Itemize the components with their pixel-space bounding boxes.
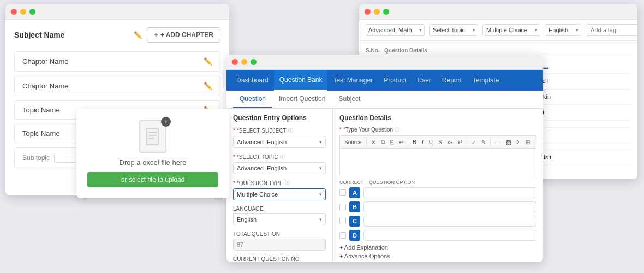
- subtopic-label: Sub topic: [22, 154, 50, 162]
- minimize-button[interactable]: [20, 9, 26, 15]
- close-button-2[interactable]: [232, 59, 238, 65]
- lang-filter-wrap: English: [545, 24, 581, 36]
- tag-input[interactable]: [586, 24, 637, 36]
- option-row-a: A: [339, 187, 536, 198]
- topic-select[interactable]: Advanced_English ▾: [233, 162, 326, 174]
- info-icon-3: ⓘ: [285, 180, 290, 187]
- cut-btn[interactable]: ✕: [369, 138, 378, 146]
- correct-check-b[interactable]: [339, 204, 346, 210]
- option-input-d[interactable]: [363, 230, 536, 241]
- correct-check-d[interactable]: [339, 232, 346, 239]
- table-btn[interactable]: ⊞: [523, 138, 532, 146]
- sub-btn[interactable]: x₂: [445, 138, 455, 146]
- maximize-button-2[interactable]: [251, 59, 257, 65]
- question-label: **Type Your Question ⓘ: [339, 126, 536, 133]
- hr-btn[interactable]: —: [493, 138, 503, 146]
- advance-options-link[interactable]: + Advance Options: [339, 253, 536, 259]
- correct-check-c[interactable]: [339, 218, 346, 224]
- nav-dashboard[interactable]: Dashboard: [231, 70, 274, 91]
- editor-area[interactable]: [339, 148, 536, 175]
- subject-header: Subject Name ✏️ + + ADD CHAPTER: [14, 27, 220, 43]
- sub-nav-subject[interactable]: Subject: [332, 91, 367, 108]
- drop-text: Drop a excel file here: [120, 158, 187, 167]
- sub-nav-question[interactable]: Question: [233, 91, 272, 108]
- nav-user[interactable]: User: [412, 70, 437, 91]
- upload-plus-badge: +: [161, 117, 171, 127]
- option-input-b[interactable]: [363, 201, 536, 212]
- source-btn[interactable]: Source: [342, 138, 364, 146]
- filter-bar: Advanced_Math Select Topic Multiple Choi…: [359, 20, 637, 41]
- chevron-icon-3: ▾: [319, 192, 322, 197]
- qtype-filter-wrap: Multiple Choice: [482, 24, 540, 36]
- select-file-button[interactable]: or select file to upload: [87, 172, 218, 187]
- qtype-label: **QUESTION TYPE ⓘ: [233, 180, 326, 187]
- minimize-button-2[interactable]: [241, 59, 247, 65]
- nav-report[interactable]: Report: [437, 70, 467, 91]
- maximize-button[interactable]: [29, 9, 35, 15]
- chapter-edit-icon[interactable]: ✏️: [204, 57, 212, 66]
- bold-btn[interactable]: B: [410, 138, 419, 146]
- nav-test-manager[interactable]: Test Manager: [327, 70, 378, 91]
- paste-btn[interactable]: ⎘: [388, 138, 396, 146]
- upload-overlay: + Drop a excel file here or select file …: [76, 109, 229, 198]
- qtype-select[interactable]: Multiple Choice ▾: [233, 188, 326, 200]
- qtype-filter[interactable]: Multiple Choice: [482, 24, 540, 36]
- option-label-d: D: [349, 230, 360, 241]
- strike-btn[interactable]: S: [436, 138, 444, 146]
- add-explanation-link[interactable]: + Add Explanation: [339, 244, 536, 251]
- close-button-3[interactable]: [365, 9, 371, 15]
- lang-group: LANGUAGE English ▾: [233, 206, 326, 225]
- add-chapter-button[interactable]: + + ADD CHAPTER: [147, 27, 220, 43]
- formula-btn[interactable]: Σ: [515, 138, 522, 146]
- chapter-edit-icon-2[interactable]: ✏️: [204, 82, 212, 90]
- lang-filter[interactable]: English: [545, 24, 581, 36]
- sep-4: [490, 138, 491, 146]
- topic-name-2: Topic Name: [22, 129, 60, 138]
- topic-label: **SELECT TOPIC ⓘ: [233, 153, 326, 161]
- undo-btn[interactable]: ↩: [397, 138, 406, 146]
- option-input-a[interactable]: [363, 187, 536, 198]
- option-label-b: B: [349, 201, 360, 212]
- subject-select[interactable]: Advanced_English ▾: [233, 136, 326, 148]
- img-btn[interactable]: 🖼: [504, 138, 514, 146]
- lang-select[interactable]: English ▾: [233, 213, 326, 225]
- maximize-button-3[interactable]: [383, 9, 389, 15]
- sep-1: [366, 138, 367, 146]
- sub-nav: Question Import Question Subject: [226, 91, 543, 109]
- entry-title: Question Entry Options: [233, 114, 326, 122]
- main-nav: Dashboard Question Bank Test Manager Pro…: [226, 70, 543, 91]
- correct-check-a[interactable]: [339, 189, 346, 196]
- subject-filter[interactable]: Advanced_Math: [365, 24, 425, 36]
- subject-edit-icon[interactable]: ✏️: [134, 31, 142, 39]
- svg-rect-0: [146, 128, 158, 145]
- col-sno: S.No.: [366, 48, 381, 54]
- titlebar-3: [359, 4, 637, 20]
- option-label-a: A: [349, 187, 360, 198]
- nav-product[interactable]: Product: [378, 70, 412, 91]
- nav-question-bank[interactable]: Question Bank: [274, 70, 328, 91]
- sub-nav-import[interactable]: Import Question: [272, 91, 332, 108]
- close-button[interactable]: [11, 9, 17, 15]
- topic-filter[interactable]: Select Topic: [429, 24, 478, 36]
- titlebar-1: [5, 4, 229, 20]
- plus-icon: +: [154, 31, 158, 39]
- subject-label: **SELECT SUBJECT ⓘ: [233, 127, 326, 134]
- qtype-group: **QUESTION TYPE ⓘ Multiple Choice ▾: [233, 180, 326, 200]
- option-row-c: C: [339, 216, 536, 227]
- nav-template[interactable]: Template: [467, 70, 505, 91]
- chevron-icon: ▾: [319, 139, 322, 145]
- edit-btn[interactable]: ✎: [479, 138, 488, 146]
- copy-btn[interactable]: ⧉: [379, 138, 387, 146]
- underline-btn[interactable]: U: [427, 138, 435, 146]
- minimize-button-3[interactable]: [374, 9, 380, 15]
- topic-group: **SELECT TOPIC ⓘ Advanced_English ▾: [233, 153, 326, 174]
- check-btn[interactable]: ✓: [469, 138, 478, 146]
- info-icon-2: ⓘ: [280, 153, 285, 161]
- current-group: CURRENT QUESTION NO 88: [233, 256, 326, 262]
- italic-btn[interactable]: I: [420, 138, 426, 146]
- topic-filter-wrap: Select Topic: [429, 24, 478, 36]
- option-input-c[interactable]: [363, 216, 536, 227]
- add-chapter-label: + ADD CHAPTER: [160, 31, 213, 39]
- sup-btn[interactable]: x²: [456, 138, 464, 146]
- subject-filter-wrap: Advanced_Math: [365, 24, 425, 36]
